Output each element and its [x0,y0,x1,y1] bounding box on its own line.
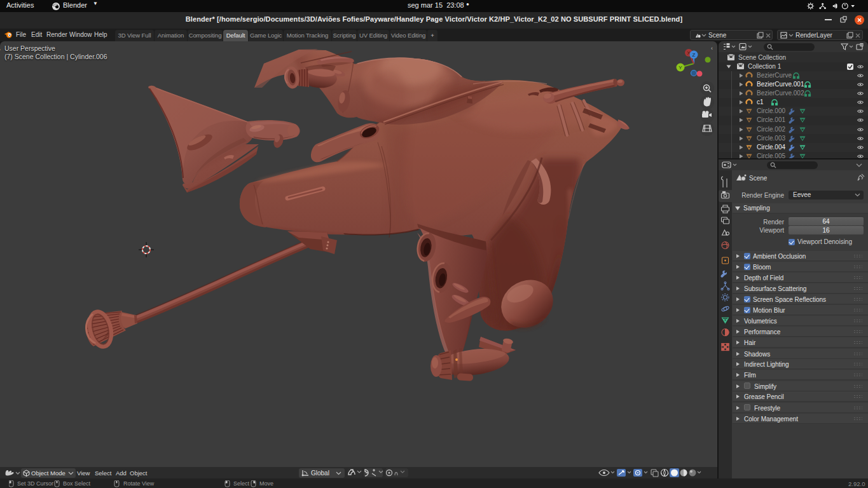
svg-text:Circle.005: Circle.005 [757,152,785,158]
svg-text:BezierCurve.002: BezierCurve.002 [757,90,804,97]
svg-text:Z: Z [692,52,696,58]
svg-text:BezierCurve.001: BezierCurve.001 [757,81,804,88]
svg-text:Circle.003: Circle.003 [757,135,785,142]
svg-text:Circle.004: Circle.004 [757,144,785,151]
svg-text:c1: c1 [757,98,764,105]
svg-text:Circle.001: Circle.001 [757,116,785,123]
svg-text:Scene Collection: Scene Collection [738,54,786,61]
svg-text:Y: Y [679,65,682,71]
svg-text:Collection 1: Collection 1 [748,63,782,70]
svg-text:Circle.002: Circle.002 [757,126,785,133]
svg-text:BezierCurve: BezierCurve [757,72,792,79]
svg-text:Circle.000: Circle.000 [757,107,785,114]
